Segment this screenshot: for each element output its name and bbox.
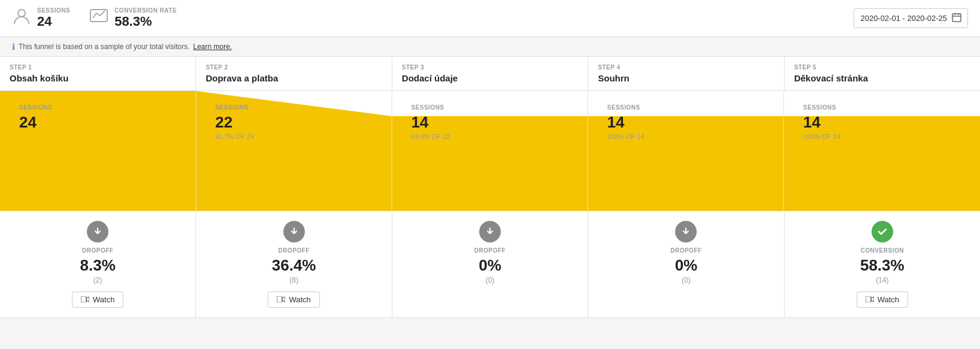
svg-marker-9 [86, 297, 89, 302]
calendar-icon [952, 13, 961, 24]
step-header-1: STEP 1 Obsah košíku [0, 57, 196, 90]
sessions-col-1: SESSIONS 24 [0, 91, 196, 151]
svg-rect-12 [866, 296, 871, 302]
step-name-1: Obsah košíku [10, 73, 186, 83]
watch-label-5: Watch [878, 295, 899, 304]
sessions-count-5: 14 [794, 113, 970, 132]
conversion-col-5: CONVERSION 58.3% (14) Watch [785, 211, 980, 317]
conversion-icon-5 [872, 221, 893, 242]
dropoff-col-3: DROPOFF 0% (0) [392, 211, 588, 317]
info-bar: ℹ This funnel is based on a sample of yo… [0, 37, 980, 57]
dropoff-icon-2 [283, 221, 305, 242]
step-number-5: STEP 5 [794, 64, 970, 71]
step-number-1: STEP 1 [10, 64, 186, 71]
dropoff-count-2: (8) [289, 276, 298, 284]
svg-rect-8 [81, 296, 86, 302]
step-name-4: Souhrn [598, 73, 774, 83]
sessions-label-1: SESSIONS [10, 97, 186, 113]
conversion-label-5: CONVERSION [861, 247, 904, 254]
sessions-pct-5: 100% OF 14 [794, 132, 970, 145]
dropoff-icon-1 [87, 221, 108, 242]
sessions-col-5: SESSIONS 14 100% OF 14 [784, 91, 980, 151]
sessions-label-2: SESSIONS [205, 97, 382, 113]
dropoff-value-3: 0% [479, 256, 501, 275]
conversion-stat: CONVERSION RATE 58.3% [89, 7, 177, 29]
conversion-text: CONVERSION RATE 58.3% [114, 7, 177, 29]
step-number-2: STEP 2 [205, 64, 382, 71]
dropoff-label-3: DROPOFF [474, 247, 506, 254]
dropoff-value-4: 0% [675, 256, 698, 275]
dropoff-label-1: DROPOFF [82, 247, 113, 254]
dropoff-label-4: DROPOFF [670, 247, 701, 254]
dropoff-count-1: (2) [93, 276, 102, 284]
funnel-chart-area: SESSIONS 24 SESSIONS 22 91.7% OF 24 SESS… [0, 91, 980, 211]
step-name-3: Dodací údaje [402, 73, 578, 83]
dropoff-icon-3 [479, 221, 501, 242]
dropoff-col-2: DROPOFF 36.4% (8) Watch [196, 211, 392, 317]
funnel-main: STEP 1 Obsah košíku STEP 2 Doprava a pla… [0, 57, 980, 211]
video-icon-1 [81, 296, 89, 304]
sessions-col-2: SESSIONS 22 91.7% OF 24 [196, 91, 392, 151]
sessions-label: SESSIONS [37, 7, 70, 14]
step-number-3: STEP 3 [402, 64, 578, 71]
conversion-value-5: 58.3% [860, 256, 905, 275]
dropoff-icon-4 [675, 221, 697, 242]
top-stats: SESSIONS 24 CONVERSION RATE 58.3% [12, 7, 177, 29]
sessions-pct-3: 63.6% OF 22 [401, 132, 578, 145]
step-header-4: STEP 4 Souhrn [588, 57, 784, 90]
sessions-overlay: SESSIONS 24 SESSIONS 22 91.7% OF 24 SESS… [0, 91, 980, 151]
step-headers-row: STEP 1 Obsah košíku STEP 2 Doprava a pla… [0, 57, 980, 91]
sessions-count-3: 14 [401, 113, 578, 132]
svg-rect-10 [277, 296, 282, 302]
learn-more-link[interactable]: Learn more. [193, 43, 232, 51]
dropoff-label-2: DROPOFF [278, 247, 309, 254]
info-icon: ℹ [12, 42, 15, 51]
dropoff-value-2: 36.4% [272, 256, 316, 275]
svg-rect-2 [952, 14, 961, 22]
info-text: This funnel is based on a sample of your… [19, 43, 189, 51]
sessions-col-4: SESSIONS 14 100% OF 14 [588, 91, 784, 151]
dropoff-value-1: 8.3% [80, 256, 116, 275]
sessions-pct-2: 91.7% OF 24 [205, 132, 382, 145]
video-icon-2 [277, 296, 285, 304]
watch-label-2: Watch [289, 295, 310, 304]
step-number-4: STEP 4 [598, 64, 774, 71]
sessions-label-5: SESSIONS [794, 97, 970, 113]
date-range-picker[interactable]: 2020-02-01 - 2020-02-25 [854, 8, 968, 28]
step-header-2: STEP 2 Doprava a platba [196, 57, 392, 90]
step-name-2: Doprava a platba [205, 73, 382, 83]
conversion-value: 58.3% [114, 14, 177, 29]
sessions-col-3: SESSIONS 14 63.6% OF 22 [392, 91, 588, 151]
step-header-3: STEP 3 Dodací údaje [392, 57, 588, 90]
sessions-count-1: 24 [10, 113, 186, 132]
dropoff-col-1: DROPOFF 8.3% (2) Watch [0, 211, 196, 317]
sessions-text: SESSIONS 24 [37, 7, 70, 29]
sessions-count-2: 22 [205, 113, 382, 132]
dropoff-col-4: DROPOFF 0% (0) [588, 211, 784, 317]
conversion-label: CONVERSION RATE [114, 7, 177, 14]
watch-button-5[interactable]: Watch [857, 292, 908, 308]
conversion-icon [89, 8, 108, 28]
watch-button-2[interactable]: Watch [268, 292, 319, 308]
conversion-count-5: (14) [876, 276, 888, 284]
svg-marker-13 [871, 297, 874, 302]
video-icon-5 [866, 296, 874, 304]
top-bar: SESSIONS 24 CONVERSION RATE 58.3% 2020-0… [0, 0, 980, 37]
step-name-5: Děkovací stránka [794, 73, 970, 83]
svg-marker-11 [282, 297, 285, 302]
step-header-5: STEP 5 Děkovací stránka [785, 57, 980, 90]
svg-point-0 [18, 10, 25, 17]
sessions-count-4: 14 [598, 113, 775, 132]
sessions-value: 24 [37, 14, 70, 29]
sessions-stat: SESSIONS 24 [12, 7, 70, 29]
watch-button-1[interactable]: Watch [72, 292, 123, 308]
sessions-label-4: SESSIONS [598, 97, 775, 113]
dropoff-row: DROPOFF 8.3% (2) Watch DROPOFF 36.4% (8)… [0, 211, 980, 318]
date-range-text: 2020-02-01 - 2020-02-25 [860, 14, 947, 23]
sessions-label-3: SESSIONS [401, 97, 578, 113]
dropoff-count-4: (0) [682, 276, 691, 284]
dropoff-count-3: (0) [486, 276, 495, 284]
sessions-icon [12, 7, 31, 29]
sessions-pct-4: 100% OF 14 [598, 132, 775, 145]
watch-label-1: Watch [93, 295, 114, 304]
